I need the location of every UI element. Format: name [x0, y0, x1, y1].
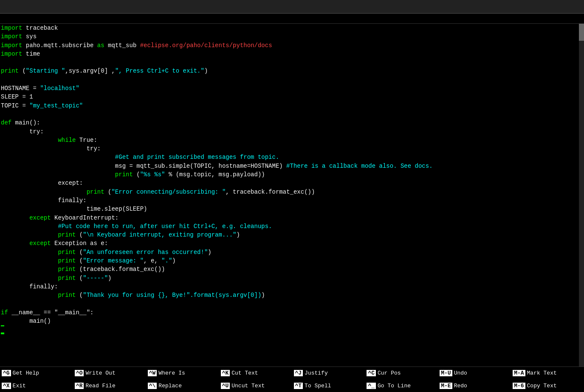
shortcut-label: Redo — [454, 383, 467, 389]
shortcut-item[interactable]: M-UUndo — [438, 367, 511, 380]
shortcut-item[interactable]: ^UUncut Text — [219, 380, 292, 392]
shortcut-item[interactable]: ^TTo Spell — [292, 380, 365, 392]
shortcut-key: ^U — [221, 383, 230, 389]
shortcut-item[interactable]: ^OWrite Out — [73, 367, 146, 380]
shortcut-item[interactable]: M-ERedo — [438, 380, 511, 392]
shortcut-item[interactable]: ^\Replace — [146, 380, 219, 392]
shortcut-label: Exit — [13, 383, 26, 389]
shortcut-item[interactable]: ^CCur Pos — [365, 367, 438, 380]
shortcut-label: Where Is — [158, 370, 185, 376]
code-area[interactable]: import traceback import sys import paho.… — [0, 24, 584, 367]
shortcut-key: ^J — [294, 370, 303, 376]
shortcut-label: Justify — [305, 370, 328, 376]
minimize-button[interactable] — [543, 2, 553, 12]
shortcut-item[interactable]: M-AMark Text — [511, 367, 584, 380]
shortcut-label: Go To Line — [378, 383, 411, 389]
shortcut-key: ^C — [367, 370, 376, 376]
scrollbar[interactable] — [579, 24, 584, 367]
shortcut-item[interactable]: ^_Go To Line — [365, 380, 438, 392]
shortcut-key: ^W — [148, 370, 157, 376]
shortcut-key: M-U — [440, 370, 452, 376]
shortcut-label: Undo — [454, 370, 467, 376]
shortcut-label: Replace — [158, 383, 182, 389]
bottom-bar: ^GGet Help^OWrite Out^WWhere Is^KCut Tex… — [0, 367, 584, 392]
shortcut-label: Uncut Text — [231, 383, 265, 389]
shortcut-key: ^O — [75, 370, 84, 376]
shortcut-key: ^T — [294, 383, 303, 389]
shortcut-key: ^\ — [148, 383, 157, 389]
shortcut-key: M-6 — [513, 383, 525, 389]
shortcut-key: ^_ — [367, 383, 376, 389]
shortcut-item[interactable]: ^JJustify — [292, 367, 365, 380]
shortcut-key: ^G — [2, 370, 11, 376]
shortcut-item[interactable]: ^XExit — [0, 380, 73, 392]
shortcut-label: Write Out — [85, 370, 115, 376]
shortcut-item[interactable]: ^RRead File — [73, 380, 146, 392]
shortcut-item[interactable]: ^WWhere Is — [146, 367, 219, 380]
maximize-button[interactable] — [557, 2, 567, 12]
shortcut-item[interactable]: M-6Copy Text — [511, 380, 584, 392]
shortcut-label: Read File — [85, 383, 115, 389]
shortcut-label: Copy Text — [527, 383, 557, 389]
shortcut-label: Mark Text — [527, 370, 557, 376]
shortcut-key: ^X — [2, 383, 11, 389]
shortcut-label: To Spell — [305, 383, 331, 389]
shortcut-key: M-E — [440, 383, 452, 389]
nano-header — [0, 14, 584, 24]
shortcut-item[interactable]: ^GGet Help — [0, 367, 73, 380]
title-bar — [0, 0, 584, 14]
scrollbar-thumb[interactable] — [579, 24, 584, 41]
shortcut-label: Cut Text — [231, 370, 258, 376]
shortcut-key: ^K — [221, 370, 230, 376]
shortcut-label: Get Help — [13, 370, 39, 376]
shortcut-key: ^R — [75, 383, 84, 389]
shortcut-label: Cur Pos — [378, 370, 401, 376]
code-pre: import traceback import sys import paho.… — [1, 24, 583, 334]
close-button[interactable] — [570, 2, 581, 12]
title-bar-controls — [543, 2, 581, 12]
shortcut-key: M-A — [513, 370, 525, 376]
shortcut-item[interactable]: ^KCut Text — [219, 367, 292, 380]
